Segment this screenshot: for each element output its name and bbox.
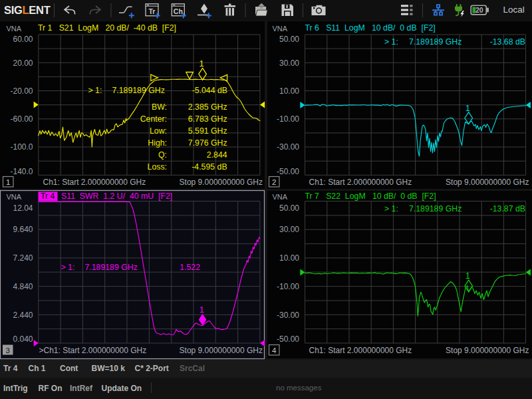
svg-text:-4.595 dB: -4.595 dB [192,162,227,172]
svg-text:Ch1: Start 2.000000000 GHz: Ch1: Start 2.000000000 GHz [309,178,412,187]
svg-text:> 1:: > 1: [384,204,398,213]
svg-text:Tr 4: Tr 4 [3,364,18,373]
svg-text:Stop 9.000000000 GHz: Stop 9.000000000 GHz [446,346,529,355]
svg-text:Cont: Cont [60,364,78,373]
svg-text:50.00: 50.00 [279,35,299,44]
svg-text:S11 SWR 1.2 U/ 40 mU [F2]: S11 SWR 1.2 U/ 40 mU [F2] [61,192,172,201]
svg-text:60.00: 60.00 [13,35,33,44]
svg-text:7.189189 GHz: 7.189189 GHz [85,263,138,272]
svg-text:-20.00: -20.00 [10,86,33,96]
svg-text:-10.00: -10.00 [277,282,299,291]
svg-text:-13.68 dB: -13.68 dB [490,37,525,47]
svg-text:20: 20 [475,6,483,14]
svg-text:30.00: 30.00 [279,225,299,234]
svg-text:BW=10 k: BW=10 k [92,364,126,373]
svg-text:1.522: 1.522 [180,263,200,272]
svg-text:10.00: 10.00 [279,86,299,96]
svg-text:-60.00: -60.00 [10,114,33,124]
svg-text:-100.0: -100.0 [10,142,33,152]
svg-text:2: 2 [272,178,276,186]
svg-text:-50.00: -50.00 [277,334,299,344]
svg-text:> 1:: > 1: [88,86,102,95]
svg-text:5.591 GHz: 5.591 GHz [188,126,227,136]
svg-text:1: 1 [466,271,470,281]
svg-text:7.240: 7.240 [13,253,33,263]
svg-text:VNA: VNA [7,25,22,33]
svg-text:VNA: VNA [273,193,288,201]
svg-text:Low:: Low: [150,126,167,136]
svg-text:SIGLENT: SIGLENT [4,4,51,16]
svg-text:Tr 1 S21 LogM 20 dB/ -40: Tr 1 S21 LogM 20 dB/ -40 dB [F2] [38,23,176,33]
svg-text:Tr 7 S22 LogM 10 dB/ 0 d: Tr 7 S22 LogM 10 dB/ 0 dB [F2] [305,192,436,201]
svg-text:1: 1 [200,305,204,315]
svg-text:0.040: 0.040 [13,334,33,344]
svg-text:7.976 GHz: 7.976 GHz [188,138,227,148]
svg-text:Tr 6 S11 LogM 10 dB/ 0 d: Tr 6 S11 LogM 10 dB/ 0 dB [F2] [305,23,436,33]
svg-text:-5.044 dB: -5.044 dB [192,86,227,95]
svg-text:-13.87 dB: -13.87 dB [490,204,525,213]
svg-text:Q:: Q: [158,150,167,160]
svg-text:-30.00: -30.00 [277,311,299,320]
svg-text:> 1:: > 1: [384,37,398,47]
svg-text:20.00: 20.00 [13,59,33,68]
svg-text:RF On: RF On [39,384,63,393]
svg-text:Tr: Tr [149,7,156,15]
svg-text:Stop 9.000000000 GHz: Stop 9.000000000 GHz [180,178,263,187]
svg-text:Ch1: Start 2.000000000 GHz: Ch1: Start 2.000000000 GHz [309,346,412,355]
svg-text:Update On: Update On [102,384,142,393]
svg-text:-50.00: -50.00 [277,167,299,176]
svg-text:High:: High: [148,138,167,148]
svg-text:3: 3 [6,346,10,354]
svg-text:Stop 9.000000000 GHz: Stop 9.000000000 GHz [446,178,529,187]
svg-text:10.00: 10.00 [279,253,299,263]
svg-text:50.00: 50.00 [279,203,299,213]
svg-text:7.189189 GHz: 7.189189 GHz [409,204,462,213]
svg-text:VNA: VNA [273,25,288,33]
svg-text:Ch: Ch [174,7,183,15]
svg-text:2.844: 2.844 [207,150,227,160]
svg-text:1: 1 [466,103,470,113]
svg-text:-30.00: -30.00 [277,142,299,152]
svg-text:7.189189 GHz: 7.189189 GHz [112,86,165,95]
svg-text:Stop 9.000000000 GHz: Stop 9.000000000 GHz [180,346,263,355]
svg-text:IntRef: IntRef [70,384,93,393]
svg-text:Local: Local [503,5,525,15]
svg-text:Tr 4: Tr 4 [41,192,55,201]
svg-text:IntTrig: IntTrig [3,384,28,393]
svg-text:1: 1 [6,178,10,186]
svg-text:4: 4 [272,346,277,354]
svg-text:SrcCal: SrcCal [180,364,205,373]
svg-text:2.385 GHz: 2.385 GHz [188,102,227,112]
svg-text:C* 2-Port: C* 2-Port [135,364,169,373]
svg-text:BW:: BW: [152,102,167,112]
svg-text:> 1:: > 1: [61,263,75,272]
svg-text:no messages: no messages [276,384,322,392]
svg-text:-10.00: -10.00 [277,114,299,124]
svg-text:2.440: 2.440 [13,311,33,320]
svg-text:Ch1: Start 2.000000000 GHz: Ch1: Start 2.000000000 GHz [43,178,146,187]
svg-text:9.640: 9.640 [13,225,33,234]
svg-text:Loss:: Loss: [148,162,167,172]
svg-text:1: 1 [200,59,204,68]
svg-text:Ch 1: Ch 1 [29,364,46,373]
svg-text:>Ch1: Start 2.000000000 GHz: >Ch1: Start 2.000000000 GHz [39,346,147,355]
svg-text:4.840: 4.840 [13,282,33,291]
svg-text:Center:: Center: [140,114,167,124]
svg-text:12.04: 12.04 [13,203,33,213]
svg-text:7.189189 GHz: 7.189189 GHz [409,37,462,47]
svg-text:6.783 GHz: 6.783 GHz [188,114,227,124]
svg-text:30.00: 30.00 [279,59,299,68]
svg-text:-140.0: -140.0 [10,167,33,176]
svg-text:VNA: VNA [7,193,22,201]
